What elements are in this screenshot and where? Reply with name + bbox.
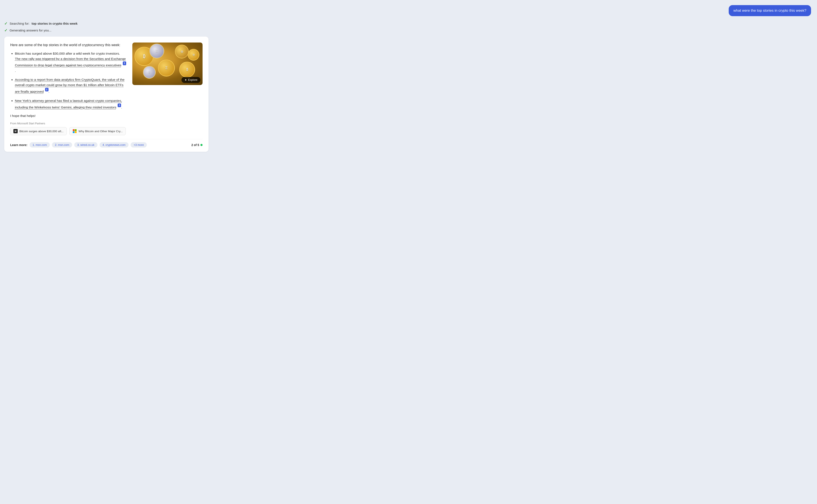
bullet-item-3: New York's attorney general has filed a …: [15, 98, 126, 110]
coin-2: Ξ: [149, 44, 164, 58]
coin-6: Ξ: [143, 66, 156, 79]
source-card-2-text: Why Bitcoin and Other Major Cry...: [78, 130, 123, 133]
status-generating: ✓ Generating answers for you...: [4, 28, 813, 33]
bullet-2-link[interactable]: According to a report from data analytic…: [15, 78, 124, 93]
citation-3[interactable]: 3: [118, 104, 121, 107]
coin-3: Ξ: [158, 60, 175, 77]
learn-link-3[interactable]: 3. wired.co.uk: [74, 142, 97, 148]
check-icon-2: ✓: [4, 28, 7, 33]
user-message-row: what were the top stories in crypto this…: [4, 5, 813, 16]
source-card-2[interactable]: Why Bitcoin and Other Major Cry...: [69, 127, 126, 135]
learn-link-2[interactable]: 2. msn.com: [52, 142, 72, 148]
coin-4: ◎: [175, 45, 189, 58]
generating-label: Generating answers for you...: [10, 28, 51, 32]
bullet-1-plain: Bitcoin has surged above $30,000 after a…: [15, 52, 120, 55]
page-indicator-text: 2 of 5: [191, 143, 199, 147]
coin-7: ◎: [188, 49, 199, 61]
explore-label: Explore: [188, 78, 197, 81]
bullet-list: Bitcoin has surged above $30,000 after a…: [10, 51, 126, 110]
learn-more-row: Learn more: 1. msn.com 2. msn.com 3. wir…: [10, 139, 202, 148]
source-cards-row: M Bitcoin surges above $30,000 aft... Wh…: [10, 127, 202, 135]
microsoft-icon: [72, 129, 77, 133]
msn-icon-1: M: [13, 129, 18, 133]
bullet-1-link[interactable]: The new rally was triggered by a decisio…: [15, 57, 126, 67]
source-card-1[interactable]: M Bitcoin surges above $30,000 aft...: [10, 127, 67, 135]
citation-2[interactable]: 2: [45, 88, 48, 91]
learn-link-1[interactable]: 1. msn.com: [30, 142, 50, 148]
source-card-1-text: Bitcoin surges above $30,000 aft...: [19, 130, 64, 133]
learn-link-4[interactable]: 4. cryptonews.com: [99, 142, 128, 148]
learn-more-label: Learn more:: [10, 143, 27, 147]
crypto-image-container: ₿ Ξ Ξ ◎ ₿ Ξ ◎ ✦ Explore: [132, 43, 202, 85]
sources-label: From Microsoft Start Partners: [10, 122, 202, 125]
searching-query: top stories in crypto this week: [31, 22, 77, 25]
user-query-text: what were the top stories in crypto this…: [733, 9, 806, 13]
bullet-3-link[interactable]: New York's attorney general has filed a …: [15, 99, 122, 109]
status-searching: ✓ Searching for: top stories in crypto t…: [4, 21, 813, 26]
check-icon-1: ✓: [4, 21, 7, 26]
conclusion-text: I hope that helps!: [10, 114, 126, 118]
citation-1[interactable]: 1: [123, 61, 126, 65]
explore-button[interactable]: ✦ Explore: [181, 77, 200, 83]
coin-5: ₿: [179, 62, 195, 78]
page-indicator: 2 of 5: [191, 143, 202, 147]
card-content-row: Here are some of the top stories in the …: [10, 43, 202, 122]
bullet-item-1: Bitcoin has surged above $30,000 after a…: [15, 51, 126, 74]
bullet-item-2: According to a report from data analytic…: [15, 77, 126, 94]
searching-label: Searching for:: [10, 22, 29, 25]
green-dot: [200, 144, 202, 146]
learn-link-more[interactable]: +3 more: [131, 142, 147, 148]
explore-icon: ✦: [184, 78, 187, 82]
user-bubble: what were the top stories in crypto this…: [729, 5, 811, 16]
card-text: Here are some of the top stories in the …: [10, 43, 126, 122]
crypto-image: ₿ Ξ Ξ ◎ ₿ Ξ ◎ ✦ Explore: [132, 43, 202, 85]
intro-text: Here are some of the top stories in the …: [10, 43, 126, 48]
answer-card: Here are some of the top stories in the …: [4, 37, 209, 152]
